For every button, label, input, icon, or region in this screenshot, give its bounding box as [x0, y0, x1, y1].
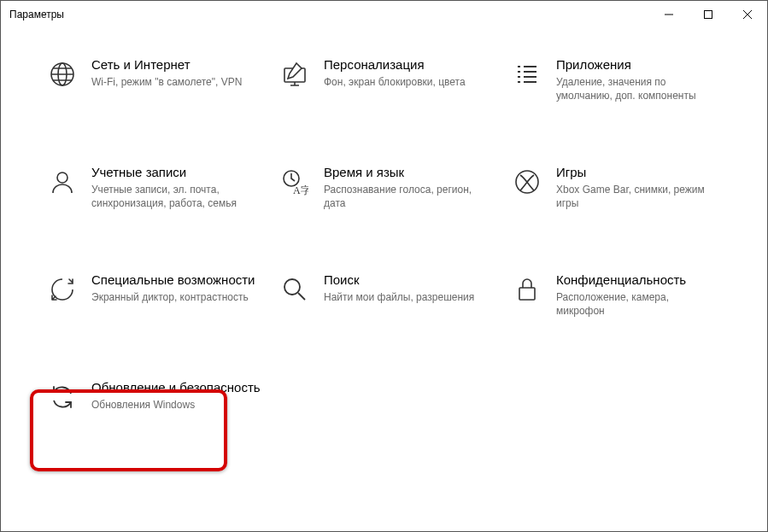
category-title: Персонализация: [324, 57, 466, 73]
category-text: Сеть и Интернет Wi-Fi, режим "в самолете…: [91, 57, 242, 89]
search-icon: [281, 276, 308, 303]
category-ease-of-access[interactable]: Специальные возможности Экранный диктор,…: [45, 269, 267, 327]
category-search[interactable]: Поиск Найти мои файлы, разрешения: [278, 269, 500, 327]
maximize-icon: [704, 10, 712, 19]
category-desc: Найти мои файлы, разрешения: [324, 290, 474, 304]
category-text: Учетные записи Учетные записи, эл. почта…: [91, 165, 254, 210]
close-button[interactable]: [728, 1, 767, 28]
category-desc: Учетные записи, эл. почта, синхронизация…: [91, 183, 254, 210]
apps-list-icon: [513, 61, 541, 88]
category-title: Учетные записи: [91, 165, 254, 181]
svg-point-8: [284, 279, 300, 295]
settings-categories: Сеть и Интернет Wi-Fi, режим "в самолете…: [1, 28, 767, 460]
settings-window: Параметры Сеть и Интернет Wi-Fi, режи: [0, 0, 768, 532]
category-text: Игры Xbox Game Bar, снимки, режим игры: [556, 165, 718, 210]
category-desc: Расположение, камера, микрофон: [556, 290, 718, 318]
lock-icon: [513, 276, 541, 303]
category-title: Обновление и безопасность: [91, 380, 261, 396]
window-title: Параметры: [9, 9, 64, 20]
category-text: Приложения Удаление, значения по умолчан…: [556, 57, 718, 102]
maximize-button[interactable]: [689, 1, 728, 28]
window-controls: [649, 1, 767, 28]
category-personalization[interactable]: Персонализация Фон, экран блокировки, цв…: [278, 54, 500, 112]
category-text: Конфиденциальность Расположение, камера,…: [556, 272, 718, 318]
time-lang-icon: A字: [281, 168, 308, 196]
category-text: Персонализация Фон, экран блокировки, цв…: [324, 57, 466, 89]
category-accounts[interactable]: Учетные записи Учетные записи, эл. почта…: [45, 161, 267, 219]
category-title: Сеть и Интернет: [91, 57, 242, 73]
category-title: Приложения: [556, 57, 718, 73]
category-time-language[interactable]: A字 Время и язык Распознавание голоса, ре…: [278, 161, 500, 219]
category-text: Время и язык Распознавание голоса, регио…: [324, 165, 486, 210]
category-apps[interactable]: Приложения Удаление, значения по умолчан…: [510, 54, 732, 112]
category-title: Специальные возможности: [91, 272, 255, 289]
category-desc: Фон, экран блокировки, цвета: [324, 75, 466, 89]
svg-text:A字: A字: [293, 184, 308, 196]
globe-icon: [49, 61, 76, 88]
category-update-security[interactable]: Обновление и безопасность Обновления Win…: [45, 377, 267, 435]
minimize-icon: [665, 10, 673, 19]
pen-monitor-icon: [281, 61, 308, 88]
category-text: Поиск Найти мои файлы, разрешения: [324, 272, 474, 304]
svg-point-4: [57, 172, 67, 183]
category-title: Игры: [556, 165, 718, 181]
category-desc: Wi-Fi, режим "в самолете", VPN: [91, 75, 242, 89]
category-desc: Распознавание голоса, регион, дата: [324, 183, 486, 210]
category-title: Конфиденциальность: [556, 272, 718, 289]
category-network[interactable]: Сеть и Интернет Wi-Fi, режим "в самолете…: [45, 54, 267, 112]
person-icon: [49, 168, 76, 196]
xbox-icon: [513, 168, 541, 196]
category-text: Обновление и безопасность Обновления Win…: [91, 380, 261, 412]
ease-icon: [49, 276, 76, 303]
category-text: Специальные возможности Экранный диктор,…: [91, 272, 255, 304]
category-desc: Экранный диктор, контрастность: [91, 290, 254, 304]
category-desc: Удаление, значения по умолчанию, доп. ко…: [556, 75, 718, 102]
category-desc: Обновления Windows: [91, 398, 254, 412]
svg-rect-9: [519, 288, 535, 300]
category-privacy[interactable]: Конфиденциальность Расположение, камера,…: [510, 269, 732, 327]
category-title: Время и язык: [324, 165, 486, 181]
svg-rect-0: [705, 11, 712, 19]
category-desc: Xbox Game Bar, снимки, режим игры: [556, 183, 718, 210]
minimize-button[interactable]: [649, 1, 689, 28]
category-title: Поиск: [324, 272, 474, 289]
category-gaming[interactable]: Игры Xbox Game Bar, снимки, режим игры: [510, 161, 732, 219]
sync-icon: [49, 383, 76, 411]
close-icon: [743, 10, 752, 19]
